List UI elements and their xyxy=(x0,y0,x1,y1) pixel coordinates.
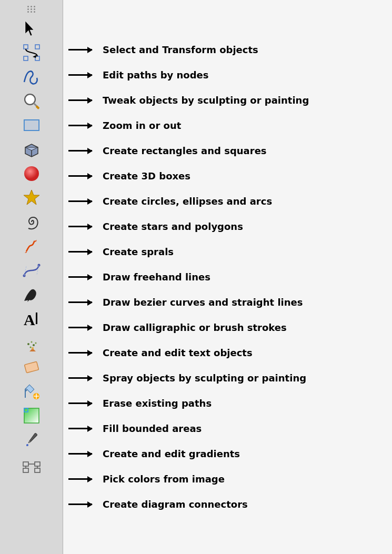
tool-label-tweak: Tweak objects by sculpting or painting xyxy=(103,95,309,106)
svg-point-15 xyxy=(24,166,39,181)
tool-row-connector: Create diagram connectors xyxy=(63,492,392,517)
tool-rect[interactable] xyxy=(18,114,45,137)
tool-spray[interactable] xyxy=(18,331,45,355)
tool-label-rect: Create rectangles and squares xyxy=(103,145,267,156)
tool-star[interactable] xyxy=(18,186,45,209)
tool-row-text: Create and edit text objects xyxy=(63,340,392,366)
arrow-line-rect xyxy=(68,150,92,152)
tool-pencil[interactable] xyxy=(18,235,45,258)
arrow-line-node xyxy=(68,74,92,76)
svg-point-7 xyxy=(26,95,34,104)
tool-label-spray: Spray objects by sculpting or painting xyxy=(103,372,306,384)
svg-point-25 xyxy=(33,344,35,346)
arrow-line-spray xyxy=(68,377,92,379)
tool-row-rect: Create rectangles and squares xyxy=(63,138,392,164)
tool-zoom[interactable] xyxy=(18,89,45,113)
tool-label-select: Select and Transform objects xyxy=(103,44,258,55)
tool-row-tweak: Tweak objects by sculpting or painting xyxy=(63,88,392,113)
arrow-calligraphy xyxy=(68,327,100,328)
svg-rect-37 xyxy=(35,468,40,472)
tool-row-dropper: Pick colors from image xyxy=(63,467,392,492)
tool-label-spiral: Create sprals xyxy=(103,246,174,257)
svg-rect-1 xyxy=(24,45,28,49)
arrow-spiral xyxy=(68,251,100,253)
tool-label-dropper: Pick colors from image xyxy=(103,474,225,485)
arrow-line-tweak xyxy=(68,99,92,101)
arrow-line-3dbox xyxy=(68,175,92,177)
tool-label-eraser: Erase existing paths xyxy=(103,398,212,409)
tool-ellipse[interactable] xyxy=(18,162,45,185)
arrow-tweak xyxy=(68,99,100,101)
tool-spiral[interactable] xyxy=(18,210,45,234)
arrow-rect xyxy=(68,150,100,152)
arrow-node xyxy=(68,74,100,76)
arrow-line-gradient xyxy=(68,453,92,455)
svg-text:A: A xyxy=(24,311,35,328)
tool-3dbox[interactable] xyxy=(18,138,45,161)
tool-gradient[interactable] xyxy=(18,404,45,427)
tool-label-node: Edit paths by nodes xyxy=(103,69,209,80)
arrow-line-spiral xyxy=(68,251,92,253)
arrow-select xyxy=(68,49,100,51)
svg-marker-0 xyxy=(25,21,34,36)
svg-rect-28 xyxy=(32,347,34,349)
tool-node[interactable] xyxy=(18,41,45,64)
arrow-dropper xyxy=(68,478,100,480)
tool-row-star: Create stars and polygons xyxy=(63,214,392,239)
arrow-zoom xyxy=(68,125,100,126)
arrow-fill xyxy=(68,428,100,429)
arrow-line-star xyxy=(68,226,92,227)
svg-marker-5 xyxy=(33,55,37,58)
tool-fill[interactable] xyxy=(18,380,45,403)
svg-point-27 xyxy=(35,343,36,344)
svg-point-23 xyxy=(27,343,29,345)
svg-rect-3 xyxy=(24,56,28,61)
tool-label-zoom: Zoom in or out xyxy=(103,120,181,131)
tool-label-ellipse: Create circles, ellipses and arcs xyxy=(103,196,272,207)
svg-rect-11 xyxy=(24,120,39,130)
svg-point-24 xyxy=(31,341,32,343)
arrow-pencil xyxy=(68,276,100,278)
svg-rect-36 xyxy=(23,468,28,472)
tool-label-fill: Fill bounded areas xyxy=(103,423,202,434)
arrow-line-pencil xyxy=(68,276,92,278)
arrow-line-calligraphy xyxy=(68,327,92,328)
tool-text[interactable]: A xyxy=(18,307,45,330)
arrow-eraser xyxy=(68,402,100,404)
tool-tweak[interactable] xyxy=(18,65,45,88)
tool-label-gradient: Create and edit gradients xyxy=(103,448,240,459)
tool-row-zoom: Zoom in or out xyxy=(63,113,392,138)
svg-rect-29 xyxy=(24,361,38,373)
arrow-spray xyxy=(68,377,100,379)
svg-point-33 xyxy=(26,444,28,446)
tool-label-bezier: Draw bezier curves and straight lines xyxy=(103,297,303,308)
tool-label-3dbox: Create 3D boxes xyxy=(103,170,190,182)
tool-calligraphy[interactable] xyxy=(18,283,45,306)
arrow-line-dropper xyxy=(68,478,92,480)
tool-connector[interactable] xyxy=(18,452,45,476)
arrow-line-connector xyxy=(68,503,92,505)
tool-row-gradient: Create and edit gradients xyxy=(63,441,392,467)
arrow-line-select xyxy=(68,49,92,51)
arrow-text xyxy=(68,352,100,354)
svg-rect-22 xyxy=(36,313,37,324)
arrow-line-ellipse xyxy=(68,200,92,202)
tool-row-calligraphy: Draw calligraphic or brush strokes xyxy=(63,315,392,340)
tool-row-pencil: Draw freehand lines xyxy=(63,265,392,290)
arrow-3dbox xyxy=(68,175,100,177)
toolbar: A xyxy=(0,0,63,554)
tool-select[interactable] xyxy=(18,17,45,40)
tool-bezier[interactable] xyxy=(18,259,45,282)
tool-descriptions: Select and Transform objectsEdit paths b… xyxy=(63,0,392,554)
tool-row-spiral: Create sprals xyxy=(63,239,392,265)
tool-label-calligraphy: Draw calligraphic or brush strokes xyxy=(103,322,287,333)
tool-row-spray: Spray objects by sculpting or painting xyxy=(63,366,392,391)
tool-row-bezier: Draw bezier curves and straight lines xyxy=(63,290,392,315)
tool-row-eraser: Erase existing paths xyxy=(63,391,392,416)
tool-dropper[interactable] xyxy=(18,428,45,451)
svg-rect-34 xyxy=(23,462,28,466)
toolbar-grip xyxy=(21,4,42,14)
arrow-star xyxy=(68,226,100,227)
tool-eraser[interactable] xyxy=(18,356,45,379)
arrow-line-text xyxy=(68,352,92,354)
